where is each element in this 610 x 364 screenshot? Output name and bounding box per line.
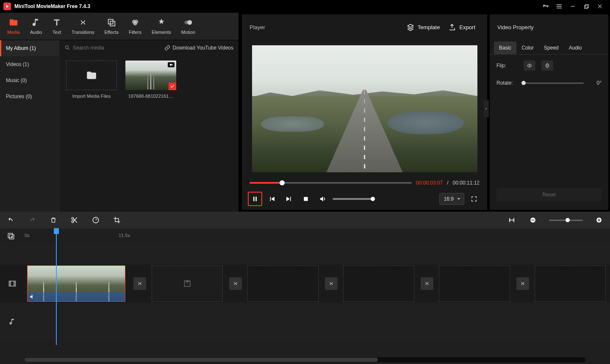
empty-slot-2[interactable] — [247, 265, 319, 302]
progress-track[interactable] — [250, 182, 412, 184]
next-frame-button[interactable] — [282, 192, 296, 206]
transition-slot-5[interactable] — [516, 277, 529, 290]
rotate-slider[interactable] — [524, 83, 584, 84]
volume-thumb[interactable] — [371, 197, 375, 201]
aspect-ratio-select[interactable]: 16:9 — [439, 193, 464, 205]
volume-slider[interactable] — [333, 198, 373, 200]
timeline-body — [0, 243, 610, 357]
transition-slot-2[interactable] — [229, 277, 242, 290]
tab-transitions[interactable]: Transitions — [67, 13, 99, 40]
svg-rect-18 — [532, 220, 535, 220]
minimize-button[interactable] — [566, 0, 580, 13]
prop-tab-color[interactable]: Color — [516, 41, 539, 54]
transition-slot-4[interactable] — [421, 277, 433, 290]
split-button[interactable] — [69, 215, 80, 225]
pause-button[interactable] — [248, 192, 262, 206]
license-key-icon[interactable] — [539, 0, 552, 13]
title-bar: MiniTool MovieMaker Free 7.4.3 — [0, 0, 610, 13]
timeline-ruler[interactable]: 0s 11.5s — [0, 229, 610, 243]
collapse-properties-handle[interactable] — [484, 100, 489, 117]
transition-slot-1[interactable] — [133, 277, 146, 290]
clip-audio-strip — [28, 292, 125, 301]
tab-audio[interactable]: Audio — [25, 13, 47, 40]
prop-tab-basic[interactable]: Basic — [494, 41, 516, 54]
tab-elements[interactable]: Elements — [147, 13, 176, 40]
maximize-button[interactable] — [580, 0, 593, 13]
properties-body: Flip: Rotate: 0° — [490, 55, 608, 92]
zoom-thumb[interactable] — [566, 218, 570, 222]
video-preview[interactable] — [252, 45, 477, 172]
flip-vertical-button[interactable] — [541, 61, 553, 71]
template-button[interactable]: Template — [402, 21, 444, 33]
close-button[interactable] — [593, 0, 607, 13]
progress-fill — [250, 182, 282, 184]
add-track-button[interactable] — [6, 231, 16, 241]
prev-frame-button[interactable] — [265, 192, 279, 206]
zoom-slider[interactable] — [549, 220, 583, 221]
tab-label: Motion — [181, 30, 195, 35]
svg-rect-24 — [9, 281, 16, 286]
video-track-content[interactable] — [25, 265, 610, 303]
search-input[interactable] — [73, 45, 132, 51]
clip-label: 187688-881022161… — [125, 94, 176, 99]
progress-thumb[interactable] — [280, 180, 285, 185]
flip-row: Flip: — [496, 61, 602, 71]
player-pane: Player Template Export — [241, 14, 488, 210]
stop-button[interactable] — [299, 192, 313, 206]
video-track-icon — [0, 265, 25, 303]
tab-filters[interactable]: Filters — [124, 13, 147, 40]
search-icon — [64, 45, 70, 51]
tab-motion[interactable]: Motion — [176, 13, 200, 40]
flip-horizontal-button[interactable] — [524, 61, 535, 71]
tab-label: Text — [53, 30, 61, 35]
album-item-videos[interactable]: Videos (1) — [0, 56, 59, 72]
prop-tab-speed[interactable]: Speed — [539, 41, 564, 54]
album-item-music[interactable]: Music (0) — [0, 72, 59, 88]
zoom-in-button[interactable] — [594, 215, 604, 225]
volume-icon[interactable] — [316, 192, 330, 206]
transition-slot-3[interactable] — [325, 277, 338, 290]
redo-button[interactable] — [27, 215, 37, 225]
tab-label: Filters — [129, 30, 141, 35]
export-button[interactable]: Export — [444, 21, 480, 33]
timeline-hscrollbar[interactable] — [25, 357, 585, 362]
empty-slot-4[interactable] — [439, 265, 510, 302]
clip-thumbnail[interactable] — [125, 61, 176, 90]
delete-button[interactable] — [48, 215, 58, 225]
tab-effects[interactable]: Effects — [100, 13, 124, 40]
media-clip-1[interactable]: 187688-881022161… — [125, 61, 176, 99]
reset-button[interactable]: Reset — [496, 188, 602, 201]
import-media-tile[interactable]: Import Media Files — [66, 61, 117, 99]
download-youtube-link[interactable]: Download YouTube Videos — [164, 45, 233, 51]
fit-timeline-button[interactable] — [507, 215, 517, 225]
playhead[interactable] — [56, 229, 57, 345]
tab-media[interactable]: Media — [2, 13, 25, 40]
album-item-myalbum[interactable]: My Album (1) — [0, 40, 59, 56]
video-track[interactable] — [0, 265, 610, 303]
crop-button[interactable] — [112, 215, 122, 225]
undo-button[interactable] — [6, 215, 16, 225]
tab-label: Media — [7, 30, 20, 35]
album-item-pictures[interactable]: Pictures (0) — [0, 88, 59, 105]
hscroll-thumb[interactable] — [25, 358, 378, 362]
download-youtube-label: Download YouTube Videos — [173, 45, 233, 51]
video-badge-icon — [168, 62, 175, 67]
export-label: Export — [459, 24, 475, 30]
overlay-track[interactable] — [0, 243, 610, 265]
prop-tab-audio[interactable]: Audio — [564, 41, 587, 54]
clip-speaker-icon — [29, 294, 35, 300]
empty-slot-1[interactable] — [152, 265, 223, 302]
menu-icon[interactable] — [552, 0, 566, 13]
timeline-clip-1[interactable] — [27, 265, 125, 302]
speed-button[interactable] — [91, 215, 101, 225]
tab-text[interactable]: Text — [47, 13, 67, 40]
import-box[interactable] — [66, 61, 117, 90]
rotate-thumb[interactable] — [521, 81, 526, 85]
empty-slot-5[interactable] — [535, 265, 606, 302]
player-title: Player — [250, 24, 402, 30]
audio-track[interactable] — [0, 303, 610, 341]
fullscreen-button[interactable] — [467, 192, 481, 206]
zoom-out-button[interactable] — [528, 215, 538, 225]
search-wrap — [64, 45, 160, 51]
empty-slot-3[interactable] — [343, 265, 414, 302]
